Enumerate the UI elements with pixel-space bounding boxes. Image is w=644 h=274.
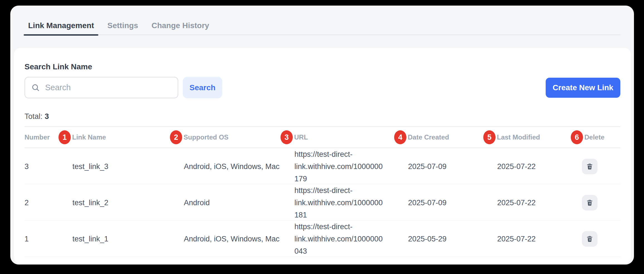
create-new-link-button[interactable]: Create New Link [546, 78, 620, 98]
column-header-supported-os: 2 Supported OS [170, 130, 280, 144]
cell-number: 1 [25, 233, 58, 245]
search-icon [31, 83, 40, 92]
column-header-url: 3 URL [280, 130, 394, 144]
cell-url: https://test-direct-link.withhive.com/10… [280, 148, 394, 185]
cell-delete [571, 231, 620, 247]
column-header-label: URL [294, 133, 308, 141]
table-row: 3 test_link_3 Android, iOS, Windows, Mac… [25, 148, 620, 184]
annotation-badge-5: 5 [483, 130, 496, 144]
annotation-badge-4: 4 [394, 130, 406, 144]
annotation-badge-6: 6 [571, 130, 583, 144]
cell-date-created: 2025-07-09 [394, 197, 483, 209]
annotation-badge-2: 2 [170, 130, 182, 144]
cell-url: https://test-direct-link.withhive.com/10… [280, 221, 394, 257]
column-header-label: Delete [584, 133, 604, 141]
cell-link-name: test_link_3 [58, 160, 170, 173]
trash-icon [586, 199, 594, 207]
cell-link-name: test_link_2 [58, 197, 170, 209]
cell-last-modified: 2025-07-22 [483, 160, 571, 173]
cell-supported-os: Android, iOS, Windows, Mac [170, 160, 280, 173]
delete-button[interactable] [582, 159, 597, 174]
content-panel: Search Link Name Search Create New Link … [14, 48, 631, 264]
column-header-link-name: 1 Link Name [58, 130, 170, 144]
cell-delete [571, 195, 620, 211]
app-card: Link Management Settings Change History … [10, 6, 634, 265]
cell-date-created: 2025-07-09 [394, 160, 483, 173]
tab-change-history[interactable]: Change History [152, 21, 209, 30]
column-header-label: Number [25, 133, 50, 141]
column-header-label: Date Created [408, 133, 449, 141]
column-header-number: Number [25, 133, 58, 141]
cell-last-modified: 2025-07-22 [483, 197, 571, 209]
cell-delete [571, 159, 620, 174]
trash-icon [586, 163, 594, 170]
total-value: 3 [45, 112, 49, 121]
column-header-date-created: 4 Date Created [394, 130, 483, 144]
delete-button[interactable] [582, 195, 597, 211]
links-table: Number 1 Link Name 2 Supported OS 3 URL … [25, 126, 620, 257]
cell-date-created: 2025-05-29 [394, 233, 483, 245]
search-row: Search Create New Link [25, 77, 620, 98]
annotation-badge-1: 1 [58, 130, 71, 144]
column-header-label: Last Modified [497, 133, 540, 141]
cell-last-modified: 2025-07-22 [483, 233, 571, 245]
column-header-label: Link Name [72, 133, 106, 141]
table-header-row: Number 1 Link Name 2 Supported OS 3 URL … [25, 126, 620, 148]
search-label: Search Link Name [25, 48, 620, 71]
search-input-container [25, 77, 178, 98]
tab-link-management[interactable]: Link Management [28, 21, 94, 30]
total-count: Total:3 [25, 112, 620, 121]
annotation-badge-3: 3 [280, 130, 293, 144]
cell-supported-os: Android, iOS, Windows, Mac [170, 233, 280, 245]
search-button[interactable]: Search [183, 77, 222, 98]
cell-link-name: test_link_1 [58, 233, 170, 245]
total-label: Total: [25, 112, 43, 121]
delete-button[interactable] [582, 231, 597, 247]
table-row: 2 test_link_2 Android https://test-direc… [25, 184, 620, 221]
table-row: 1 test_link_1 Android, iOS, Windows, Mac… [25, 221, 620, 257]
cell-number: 2 [25, 197, 58, 209]
cell-url: https://test-direct-link.withhive.com/10… [280, 184, 394, 221]
column-header-label: Supported OS [184, 133, 228, 141]
search-input[interactable] [45, 83, 172, 92]
tab-bar: Link Management Settings Change History [10, 6, 634, 30]
column-header-delete: 6 Delete [571, 130, 620, 144]
trash-icon [586, 235, 594, 243]
cell-supported-os: Android [170, 197, 280, 209]
column-header-last-modified: 5 Last Modified [483, 130, 571, 144]
cell-number: 3 [25, 160, 58, 173]
tab-settings[interactable]: Settings [107, 21, 138, 30]
